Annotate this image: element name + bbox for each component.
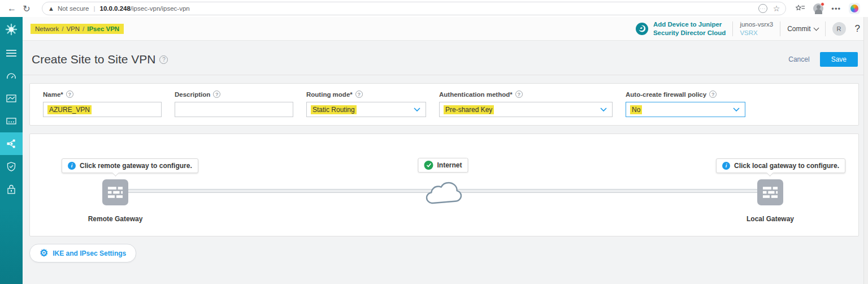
network-share-icon <box>6 139 16 148</box>
copilot-icon[interactable] <box>849 3 860 14</box>
sidebar-item-security-services[interactable] <box>0 178 23 200</box>
device-model: VSRX <box>740 29 773 37</box>
url-separator: | <box>94 5 96 12</box>
save-button[interactable]: Save <box>820 52 858 67</box>
url-path: /ipsec-vpn/ipsec-vpn <box>131 5 190 12</box>
menu-icon <box>6 50 16 57</box>
page-title-row: Create Site to Site VPN ? Cancel Save <box>23 41 868 75</box>
dashboard-gauge-icon <box>6 71 16 80</box>
auth-method-select[interactable]: Pre-shared Key <box>439 102 613 117</box>
check-icon <box>424 161 433 170</box>
field-name: Name*? AZURE_VPN <box>43 91 162 117</box>
divider <box>825 21 826 36</box>
title-help-icon[interactable]: ? <box>159 55 168 64</box>
name-label: Name* <box>43 91 63 98</box>
breadcrumb[interactable]: Network/VPN/IPsec VPN <box>31 24 124 34</box>
breadcrumb-ipsec-vpn[interactable]: IPsec VPN <box>87 25 119 32</box>
chevron-down-icon <box>733 107 740 112</box>
cancel-button[interactable]: Cancel <box>788 55 809 63</box>
page-title: Create Site to Site VPN <box>32 53 155 66</box>
profile-notification-dot <box>821 2 824 6</box>
remote-gateway-icon[interactable] <box>102 179 128 205</box>
internet-badge: Internet <box>418 158 468 173</box>
browser-bar: ← ↻ ▲ Not secure | 10.0.0.248 /ipsec-vpn… <box>0 0 868 17</box>
routing-mode-help-icon[interactable]: ? <box>355 91 363 98</box>
ike-ipsec-settings-button[interactable]: ⚙ IKE and IPsec Settings <box>29 244 136 263</box>
monitor-chart-icon <box>6 94 16 102</box>
sidebar-item-dashboard[interactable] <box>0 64 23 87</box>
local-gateway-label: Local Gateway <box>731 215 810 223</box>
add-device-link[interactable]: Add Device to Juniper Security Director … <box>653 20 726 37</box>
sidebar-item-security-policies[interactable] <box>0 155 23 178</box>
firewall-bricks-icon <box>107 186 123 199</box>
auto-policy-label: Auto-create firewall policy <box>626 91 706 98</box>
description-label: Description <box>175 91 210 98</box>
field-description: Description? <box>175 91 293 117</box>
not-secure-label: Not secure <box>58 5 89 12</box>
device-console-icon <box>6 118 16 124</box>
browser-menu-icon[interactable]: ••• <box>831 5 841 13</box>
address-bar[interactable]: ▲ Not secure | 10.0.0.248 /ipsec-vpn/ips… <box>42 2 786 15</box>
local-gateway-tooltip: i Click local gateway to configure. <box>716 158 845 173</box>
reader-dots-icon[interactable]: ··· <box>758 4 767 13</box>
description-help-icon[interactable]: ? <box>213 91 220 98</box>
description-input[interactable] <box>175 102 293 117</box>
sidebar-item-device[interactable] <box>0 110 23 132</box>
chevron-down-icon <box>600 107 607 112</box>
vpn-form-card: Name*? AZURE_VPN Description? Routing mo… <box>29 83 859 126</box>
sidebar-item-monitor[interactable] <box>0 87 23 110</box>
lock-icon <box>7 184 15 194</box>
url-host: 10.0.0.248 <box>100 5 131 12</box>
breadcrumb-vpn[interactable]: VPN <box>66 25 80 32</box>
local-gateway-icon[interactable] <box>757 179 783 205</box>
left-nav-sidebar <box>0 17 23 284</box>
routing-mode-select[interactable]: Static Routing <box>306 102 426 117</box>
internet-cloud-icon[interactable] <box>425 181 462 208</box>
collections-icon[interactable] <box>795 4 805 13</box>
routing-mode-label: Routing mode* <box>306 91 353 98</box>
not-secure-warning-icon: ▲ <box>48 5 54 12</box>
reload-icon[interactable]: ↻ <box>19 1 34 16</box>
sidebar-item-menu[interactable] <box>0 42 23 64</box>
info-icon: i <box>722 162 730 170</box>
sidebar-item-network[interactable] <box>0 132 23 155</box>
divider <box>780 21 780 36</box>
name-input[interactable]: AZURE_VPN <box>43 102 162 117</box>
device-info: junos-vsrx3 VSRX <box>740 20 773 37</box>
remote-gateway-tooltip: i Click remote gateway to configure. <box>62 158 198 173</box>
field-routing-mode: Routing mode*? Static Routing <box>306 91 426 117</box>
firewall-bricks-icon <box>762 186 778 199</box>
main-content: Network/VPN/IPsec VPN Add Device to Juni… <box>23 17 868 284</box>
scrollbar[interactable] <box>863 17 868 284</box>
vpn-topology-card: i Click remote gateway to configure. Rem… <box>29 134 859 236</box>
security-shield-icon <box>7 162 16 171</box>
auto-policy-select[interactable]: No <box>626 102 745 117</box>
help-icon[interactable]: ? <box>855 23 860 35</box>
user-avatar[interactable]: R <box>832 22 846 36</box>
field-authentication-method: Authentication method*? Pre-shared Key <box>439 91 613 117</box>
breadcrumb-network[interactable]: Network <box>35 25 59 32</box>
chevron-down-icon <box>414 107 420 112</box>
commit-dropdown[interactable]: Commit <box>787 25 818 33</box>
gear-icon: ⚙ <box>40 248 48 258</box>
divider <box>732 21 733 36</box>
device-hostname: junos-vsrx3 <box>740 20 773 29</box>
juniper-flower-logo-icon <box>0 17 23 42</box>
remote-gateway-label: Remote Gateway <box>76 215 155 223</box>
auth-method-label: Authentication method* <box>439 91 513 98</box>
auth-method-help-icon[interactable]: ? <box>515 91 523 98</box>
name-help-icon[interactable]: ? <box>66 91 73 98</box>
auto-policy-help-icon[interactable]: ? <box>709 91 717 98</box>
app-header: Network/VPN/IPsec VPN Add Device to Juni… <box>23 17 868 41</box>
info-icon: i <box>68 162 76 170</box>
back-icon[interactable]: ← <box>5 1 19 16</box>
field-auto-create-policy: Auto-create firewall policy? No <box>626 91 745 117</box>
juniper-cloud-logo-icon <box>635 22 649 36</box>
chevron-down-icon <box>813 25 819 31</box>
browser-profile-icon[interactable] <box>813 3 823 14</box>
favorite-star-icon[interactable]: ☆ <box>773 4 780 13</box>
